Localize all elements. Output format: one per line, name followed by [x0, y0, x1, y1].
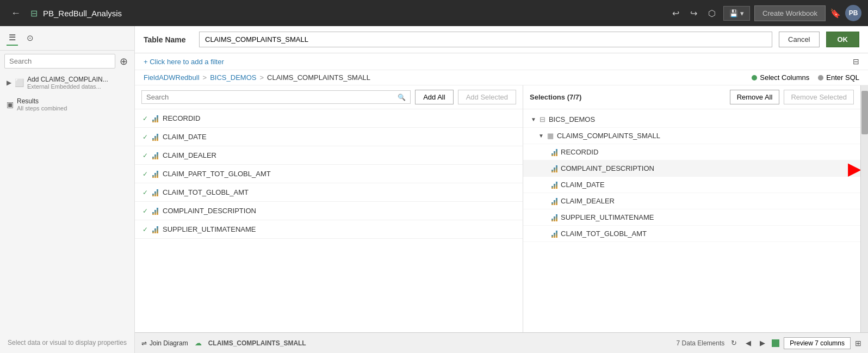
sidebar-search-input[interactable] — [4, 54, 115, 69]
breadcrumb-sep2: > — [259, 73, 264, 82]
sidebar-item-results[interactable]: ▣ Results All steps combined — [0, 94, 134, 115]
back-button[interactable]: ← — [7, 5, 25, 21]
col-bar-icon — [551, 181, 557, 189]
column-item-claim-date[interactable]: ✓ CLAIM_DATE — [135, 128, 523, 146]
left-panel-toolbar: 🔍 Add All Add Selected — [135, 85, 523, 109]
column-item-claim-tot[interactable]: ✓ CLAIM_TOT_GLOBL_AMT — [135, 183, 523, 202]
column-item-recordid[interactable]: ✓ RECORDID — [135, 109, 523, 128]
topbar-tools: ↩ ↪ ⬡ 💾 ▾ Create Workbook 🔖 PB — [669, 5, 861, 21]
enter-sql-radio[interactable]: Enter SQL — [818, 73, 859, 82]
col-name: CLAIM_DEALER — [561, 197, 615, 205]
col-bar-icon — [551, 197, 557, 205]
sidebar-icon-row: ☰ ⊙ — [0, 26, 134, 51]
tree-col-claim-date[interactable]: CLAIM_DATE — [523, 177, 860, 193]
filter-icon: ⊟ — [853, 57, 859, 66]
column-search-box: 🔍 — [141, 90, 411, 104]
sidebar-item-sub: External Embedded datas... — [27, 83, 108, 90]
schema-name: BICS_DEMOS — [549, 115, 595, 123]
arrow-right-button[interactable]: ▶ — [758, 338, 767, 348]
sidebar-item-claims[interactable]: ▶ ⬜ Add CLAIMS_COMPLAIN... External Embe… — [0, 72, 134, 94]
breadcrumb-sep1: > — [203, 73, 207, 82]
tree-schema-row[interactable]: ▼ ⊟ BICS_DEMOS — [523, 112, 860, 128]
add-selected-button[interactable]: Add Selected — [458, 90, 516, 104]
check-icon: ✓ — [142, 170, 148, 178]
save-button[interactable]: 💾 ▾ — [723, 6, 750, 21]
column-name: CLAIM_PART_TOT_GLOBL_AMT — [163, 170, 271, 178]
filter-row: + Click here to add a filter ⊟ — [135, 53, 868, 70]
sidebar-icon-filter[interactable]: ⊙ — [24, 30, 36, 46]
select-columns-radio[interactable]: Select Columns — [752, 73, 809, 82]
grid-view-button[interactable]: ⊞ — [855, 339, 861, 348]
check-icon: ✓ — [142, 115, 148, 122]
columns-list: ✓ RECORDID ✓ CLAIM_DATE ✓ — [135, 109, 523, 332]
column-name: COMPLAINT_DESCRIPTION — [163, 207, 256, 215]
select-columns-label: Select Columns — [760, 73, 809, 82]
check-icon: ✓ — [142, 207, 148, 215]
join-diagram-button[interactable]: ⇌ Join Diagram — [141, 339, 188, 347]
column-item-claim-dealer[interactable]: ✓ CLAIM_DEALER — [135, 146, 523, 165]
col-name: COMPLAINT_DESCRIPTION — [561, 164, 654, 172]
table-name-input[interactable] — [199, 32, 772, 47]
main-layout: ☰ ⊙ ⊕ ▶ ⬜ Add CLAIMS_COMPLAIN... Externa… — [0, 26, 868, 353]
create-workbook-button[interactable]: Create Workbook — [754, 5, 826, 21]
column-name: RECORDID — [163, 114, 200, 122]
tree-col-supplier[interactable]: SUPPLIER_ULTIMATENAME — [523, 209, 860, 226]
breadcrumb-part1[interactable]: FieldADWRedbull — [144, 73, 200, 82]
column-item-complaint-desc[interactable]: ✓ COMPLAINT_DESCRIPTION — [135, 202, 523, 220]
tree-col-recordid[interactable]: RECORDID — [523, 144, 860, 160]
arrow-left-button[interactable]: ◀ — [743, 338, 753, 348]
bookmark-button[interactable]: 🔖 — [830, 8, 841, 18]
share-button[interactable]: ⬡ — [705, 6, 719, 21]
tree-col-complaint-desc[interactable]: COMPLAINT_DESCRIPTION ▶ — [523, 160, 860, 177]
sidebar-icon-layers[interactable]: ☰ — [7, 30, 18, 46]
selections-title: Selections (7/7) — [530, 93, 726, 101]
table-name: CLAIMS_COMPLAINTS_SMALL — [557, 132, 660, 140]
tree-col-claim-dealer[interactable]: CLAIM_DEALER — [523, 193, 860, 209]
check-icon: ✓ — [142, 226, 148, 233]
content-area: Table Name Cancel OK + Click here to add… — [135, 26, 868, 353]
right-panel-toolbar: Selections (7/7) Remove All Remove Selec… — [523, 85, 860, 109]
column-bar-icon — [152, 133, 158, 141]
sidebar: ☰ ⊙ ⊕ ▶ ⬜ Add CLAIMS_COMPLAIN... Externa… — [0, 26, 135, 353]
preview-button[interactable]: Preview 7 columns — [784, 337, 851, 349]
columns-area: 🔍 Add All Add Selected ✓ RECORDID ✓ — [135, 85, 868, 332]
topbar: ← ⊟ PB_RedBull_Analysis ↩ ↪ ⬡ 💾 ▾ Create… — [0, 0, 868, 26]
bottom-bar: ⇌ Join Diagram ☁ CLAIMS_COMPLAINTS_SMALL… — [135, 332, 868, 353]
cancel-button[interactable]: Cancel — [779, 32, 819, 47]
join-icon: ⇌ — [141, 339, 147, 347]
bottom-right: 7 Data Elements ↻ ◀ ▶ Preview 7 columns … — [677, 337, 861, 349]
undo-button[interactable]: ↩ — [669, 6, 683, 21]
column-search-input[interactable] — [146, 93, 394, 101]
right-scrollbar[interactable] — [860, 85, 868, 332]
remove-selected-button[interactable]: Remove Selected — [784, 90, 854, 104]
remove-all-button[interactable]: Remove All — [730, 90, 780, 104]
column-bar-icon — [152, 189, 158, 196]
column-bar-icon — [152, 170, 158, 178]
radio-dot-filled — [752, 75, 757, 80]
table-icon: ▦ — [547, 132, 554, 140]
column-item-claim-part-tot[interactable]: ✓ CLAIM_PART_TOT_GLOBL_AMT — [135, 165, 523, 183]
scrollbar-thumb[interactable] — [861, 91, 868, 134]
add-all-button[interactable]: Add All — [415, 90, 453, 104]
redo-button[interactable]: ↪ — [687, 6, 700, 21]
tree-table-collapse-icon: ▼ — [538, 133, 544, 139]
ok-button[interactable]: OK — [826, 32, 860, 47]
breadcrumb-part2[interactable]: BICS_DEMOS — [210, 73, 256, 82]
add-filter-link[interactable]: + Click here to add a filter — [144, 58, 224, 66]
red-arrow-indicator: ▶ — [848, 158, 860, 179]
col-bar-icon — [551, 230, 557, 238]
data-elements-label: 7 Data Elements — [677, 339, 725, 347]
column-item-supplier[interactable]: ✓ SUPPLIER_ULTIMATENAME — [135, 220, 523, 239]
tree-table-row[interactable]: ▼ ▦ CLAIMS_COMPLAINTS_SMALL — [523, 128, 860, 144]
tree-col-claim-tot[interactable]: CLAIM_TOT_GLOBL_AMT — [523, 226, 860, 242]
item-arrow-icon: ▶ — [7, 79, 11, 86]
schema-icon: ⊟ — [540, 115, 545, 123]
col-name: CLAIM_TOT_GLOBL_AMT — [561, 230, 647, 238]
sidebar-add-button[interactable]: ⊕ — [117, 54, 130, 69]
breadcrumb-part3: CLAIMS_COMPLAINTS_SMALL — [267, 73, 370, 82]
sidebar-bottom-text: Select data or visual to display propert… — [0, 332, 134, 353]
column-bar-icon — [152, 115, 158, 122]
app-title: PB_RedBull_Analysis — [43, 9, 664, 18]
refresh-button[interactable]: ↻ — [729, 338, 739, 348]
sidebar-results-label: Results — [17, 97, 67, 105]
